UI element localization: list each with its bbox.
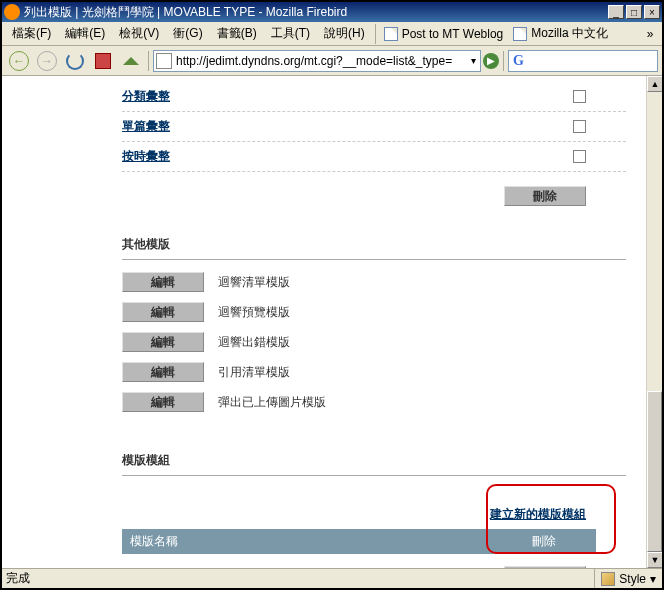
site-icon (156, 53, 172, 69)
archive-checkbox[interactable] (573, 120, 586, 133)
separator (375, 24, 376, 44)
edit-button[interactable]: 編輯 (122, 392, 204, 412)
home-icon (123, 49, 139, 65)
stop-button[interactable] (90, 48, 116, 74)
delete-row: 刪除 (122, 172, 626, 206)
archive-link-row: 按時彙整 (122, 142, 626, 172)
template-name: 迴響清單模版 (218, 274, 290, 291)
separator (148, 51, 149, 71)
edit-button[interactable]: 編輯 (122, 362, 204, 382)
url-bar[interactable]: http://jedimt.dyndns.org/mt.cgi?__mode=l… (153, 50, 481, 72)
module-delete-row: 刪除 (122, 554, 626, 568)
page-icon (384, 27, 398, 41)
url-text[interactable]: http://jedimt.dyndns.org/mt.cgi?__mode=l… (176, 54, 465, 68)
archive-link-date[interactable]: 按時彙整 (122, 148, 573, 165)
back-button[interactable]: ← (6, 48, 32, 74)
section-template-modules: 模版模組 (122, 422, 626, 476)
stop-icon (95, 53, 111, 69)
menu-go[interactable]: 衝(G) (167, 23, 208, 44)
forward-button[interactable]: → (34, 48, 60, 74)
menu-edit[interactable]: 編輯(E) (59, 23, 111, 44)
separator (503, 51, 504, 71)
header-template-name: 模版名稱 (130, 533, 532, 550)
style-label: Style (619, 572, 646, 586)
minimize-button[interactable]: _ (608, 5, 624, 19)
archive-link-row: 分類彙整 (122, 76, 626, 112)
archive-link-category[interactable]: 分類彙整 (122, 88, 573, 105)
bookmark-label: Post to MT Weblog (402, 27, 504, 41)
statusbar: 完成 Style ▾ (2, 568, 662, 588)
edit-button[interactable]: 編輯 (122, 272, 204, 292)
section-other-templates: 其他模版 (122, 206, 626, 260)
menu-file[interactable]: 檔案(F) (6, 23, 57, 44)
titlebar: 列出模版 | 光劍格鬥學院 | MOVABLE TYPE - Mozilla F… (2, 2, 662, 22)
bookmark-post-mt[interactable]: Post to MT Weblog (380, 25, 508, 43)
forward-arrow-icon: → (37, 51, 57, 71)
delete-button[interactable]: 刪除 (504, 566, 586, 568)
module-table-header: 模版名稱 刪除 (122, 529, 596, 554)
dropdown-arrow-icon: ▾ (650, 572, 656, 586)
template-row: 編輯 引用清單模版 (122, 362, 626, 382)
content-viewport: 分類彙整 單篇彙整 按時彙整 刪除 其他模版 編輯 迴響清單模版 編輯 迴響 (2, 76, 662, 568)
menu-help[interactable]: 說明(H) (318, 23, 371, 44)
page-body: 分類彙整 單篇彙整 按時彙整 刪除 其他模版 編輯 迴響清單模版 編輯 迴響 (2, 76, 646, 568)
reload-button[interactable] (62, 48, 88, 74)
home-button[interactable] (118, 48, 144, 74)
template-row: 編輯 彈出已上傳圖片模版 (122, 392, 626, 412)
header-delete: 刪除 (532, 533, 556, 550)
create-module-row: 建立新的模版模組 (122, 488, 626, 529)
firebird-icon (4, 4, 20, 20)
archive-link-row: 單篇彙整 (122, 112, 626, 142)
google-icon: G (513, 53, 524, 69)
template-name: 引用清單模版 (218, 364, 290, 381)
scroll-track[interactable] (647, 92, 662, 552)
vertical-scrollbar[interactable]: ▲ ▼ (646, 76, 662, 568)
delete-button[interactable]: 刪除 (504, 186, 586, 206)
template-name: 迴響預覽模版 (218, 304, 290, 321)
template-name: 迴響出錯模版 (218, 334, 290, 351)
search-bar[interactable]: G (508, 50, 658, 72)
archive-checkbox[interactable] (573, 90, 586, 103)
scroll-thumb[interactable] (647, 391, 662, 552)
template-row: 編輯 迴響預覽模版 (122, 302, 626, 322)
style-selector[interactable]: Style ▾ (595, 572, 662, 586)
page-icon (513, 27, 527, 41)
reload-icon (66, 52, 84, 70)
archive-checkbox[interactable] (573, 150, 586, 163)
style-icon (601, 572, 615, 586)
nav-toolbar: ← → http://jedimt.dyndns.org/mt.cgi?__mo… (2, 46, 662, 76)
menu-tools[interactable]: 工具(T) (265, 23, 316, 44)
scroll-up-button[interactable]: ▲ (647, 76, 662, 92)
edit-button[interactable]: 編輯 (122, 332, 204, 352)
window-title: 列出模版 | 光劍格鬥學院 | MOVABLE TYPE - Mozilla F… (24, 4, 606, 21)
maximize-button[interactable]: □ (626, 5, 642, 19)
scroll-down-button[interactable]: ▼ (647, 552, 662, 568)
status-text: 完成 (2, 569, 595, 588)
go-button[interactable]: ▶ (483, 53, 499, 69)
template-row: 編輯 迴響出錯模版 (122, 332, 626, 352)
menu-view[interactable]: 檢視(V) (113, 23, 165, 44)
overflow-chevron-icon[interactable]: » (642, 27, 658, 41)
archive-link-individual[interactable]: 單篇彙整 (122, 118, 573, 135)
template-row: 編輯 迴響清單模版 (122, 272, 626, 292)
menu-bookmarks[interactable]: 書籤(B) (211, 23, 263, 44)
bookmark-label: Mozilla 中文化 (531, 25, 608, 42)
create-module-link[interactable]: 建立新的模版模組 (490, 507, 586, 521)
bookmark-mozilla-zh[interactable]: Mozilla 中文化 (509, 23, 612, 44)
close-button[interactable]: × (644, 5, 660, 19)
template-name: 彈出已上傳圖片模版 (218, 394, 326, 411)
browser-window: 列出模版 | 光劍格鬥學院 | MOVABLE TYPE - Mozilla F… (0, 0, 664, 590)
back-arrow-icon: ← (9, 51, 29, 71)
url-dropdown-icon[interactable]: ▾ (469, 55, 478, 66)
menubar: 檔案(F) 編輯(E) 檢視(V) 衝(G) 書籤(B) 工具(T) 說明(H)… (2, 22, 662, 46)
edit-button[interactable]: 編輯 (122, 302, 204, 322)
